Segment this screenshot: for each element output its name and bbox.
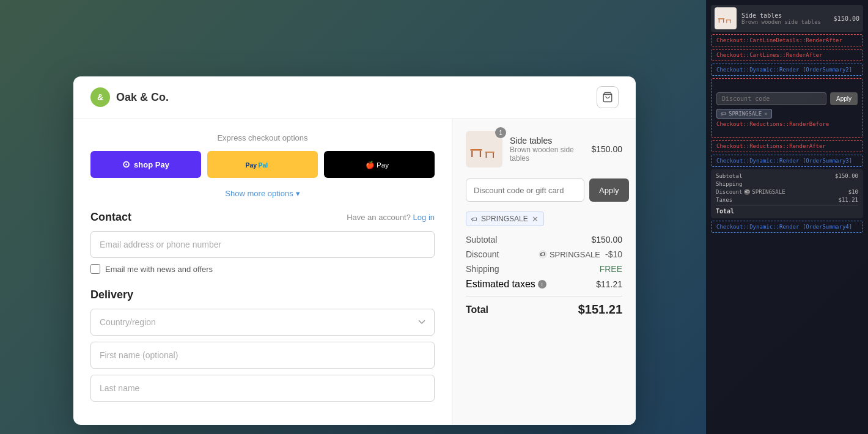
last-name-input[interactable]	[90, 375, 435, 402]
svg-rect-9	[493, 153, 494, 158]
shipping-label: Shipping	[466, 264, 499, 274]
email-input[interactable]	[90, 231, 435, 258]
dev-discount-tag-remove[interactable]: ✕	[764, 111, 767, 117]
newsletter-label: Email me with news and offers	[105, 265, 213, 274]
furniture-svg	[468, 136, 500, 162]
show-more-section: Show more options ▾	[90, 188, 435, 199]
brand-icon: &	[90, 87, 110, 107]
chevron-down-icon: ▾	[296, 189, 300, 198]
dev-subtotal-label: Subtotal	[716, 173, 742, 179]
dev-shipping-label: Shipping	[716, 181, 742, 187]
country-select[interactable]: Country/region	[90, 309, 435, 336]
dev-taxes-value: $11.21	[838, 197, 858, 203]
contact-section: Contact Have an account? Log in Email me…	[90, 211, 435, 274]
svg-rect-14	[726, 20, 727, 23]
shoppay-button[interactable]: ⊙ shop Pay	[90, 151, 201, 178]
discount-badge-icon: 🏷	[539, 250, 547, 259]
right-panel: 1 Side tables Brown wooden side tables $…	[452, 119, 636, 425]
left-panel: Express checkout options ⊙ shop Pay Pay …	[73, 119, 452, 425]
dev-apply-button[interactable]: Apply	[830, 92, 858, 105]
discount-amount: -$10	[605, 249, 622, 259]
login-prompt: Have an account? Log in	[347, 213, 435, 222]
dev-render-reductions-before-label: Checkout::Reductions::RenderBefore	[716, 121, 829, 127]
delivery-title: Delivery	[90, 289, 435, 301]
dev-discount-tag-icon: 🏷	[721, 111, 726, 117]
dev-subtotal-row: Subtotal $150.00	[716, 173, 858, 179]
dev-discount-value: $10	[848, 189, 858, 195]
svg-rect-7	[485, 152, 495, 153]
dev-render-dynamic3: Checkout::Dynamic::Render [OrderSummary3…	[711, 155, 863, 167]
svg-text:Pal: Pal	[258, 161, 268, 169]
dev-discount-tag: 🏷 SPRINGSALE ✕	[716, 109, 772, 119]
show-more-label: Show more options	[225, 189, 293, 198]
newsletter-row: Email me with news and offers	[90, 264, 435, 274]
discount-tag: 🏷 SPRINGSALE ✕	[466, 211, 544, 226]
paypal-button[interactable]: Pay Pal	[207, 151, 318, 178]
subtotal-line: Subtotal $150.00	[466, 235, 622, 245]
dev-discount-input[interactable]	[716, 92, 826, 105]
checkout-modal: & Oak & Co. Express checkout options ⊙ s…	[73, 76, 636, 425]
product-info: Side tables Brown wooden side tables	[510, 136, 584, 163]
discount-tag-remove[interactable]: ✕	[532, 215, 539, 223]
contact-header: Contact Have an account? Log in	[90, 211, 435, 224]
taxes-line: Estimated taxes i $11.21	[466, 279, 622, 290]
subtotal-label: Subtotal	[466, 235, 497, 245]
discount-input[interactable]	[466, 178, 584, 202]
discount-value-group: 🏷 SPRINGSALE -$10	[539, 249, 622, 259]
dev-shipping-row: Shipping	[716, 181, 858, 187]
checkout-content: Express checkout options ⊙ shop Pay Pay …	[73, 119, 636, 425]
taxes-info-icon[interactable]: i	[538, 280, 546, 289]
dev-product-row: Side tables Brown wooden side tables $15…	[711, 5, 863, 32]
discount-row: Apply	[466, 178, 622, 202]
dev-discount-tag-label: SPRINGSALE	[729, 111, 762, 117]
apply-discount-button[interactable]: Apply	[589, 178, 629, 202]
svg-rect-15	[730, 20, 731, 23]
total-value: $151.21	[578, 303, 622, 317]
dev-subtotal-value: $150.00	[835, 173, 858, 179]
cart-button[interactable]	[597, 86, 619, 108]
newsletter-checkbox[interactable]	[90, 264, 100, 274]
svg-rect-8	[486, 153, 487, 158]
dev-product-desc: Brown wooden side tables	[741, 19, 829, 25]
express-buttons: ⊙ shop Pay Pay Pal 🍎 Pay	[90, 151, 435, 178]
applepay-button[interactable]: 🍎 Pay	[324, 151, 435, 178]
dev-discount-code: SPRINGSALE	[752, 189, 785, 195]
svg-text:Pay: Pay	[245, 161, 257, 169]
product-name: Side tables	[510, 136, 584, 145]
contact-title: Contact	[90, 211, 131, 224]
dev-total-row: Total	[716, 205, 858, 215]
svg-rect-5	[471, 151, 473, 157]
dev-product-thumbnail	[715, 7, 737, 29]
dev-discount-row: Discount 🏷 SPRINGSALE $10	[716, 189, 858, 195]
svg-rect-6	[480, 151, 481, 157]
dev-discount-label-group: Discount 🏷 SPRINGSALE	[716, 189, 785, 195]
dev-render-reductions-after: Checkout::Reductions::RenderAfter	[711, 140, 863, 152]
dev-render-cart-lines-after: Checkout::CartLines::RenderAfter	[711, 49, 863, 61]
checkout-header: & Oak & Co.	[73, 76, 636, 119]
total-line: Total $151.21	[466, 303, 622, 317]
dev-product-price: $150.00	[834, 15, 859, 22]
shoppay-icon: ⊙	[122, 159, 130, 170]
total-label: Total	[466, 304, 488, 315]
dev-furniture-svg	[717, 11, 734, 26]
svg-rect-13	[726, 20, 731, 20]
paypal-logo: Pay Pal	[245, 158, 281, 171]
svg-rect-4	[470, 149, 482, 151]
discount-tag-label: SPRINGSALE	[481, 215, 528, 223]
taxes-value: $11.21	[596, 279, 622, 289]
brand-name: Oak & Co.	[116, 91, 169, 104]
svg-text:🍎 Pay: 🍎 Pay	[365, 161, 388, 169]
svg-rect-12	[723, 19, 724, 23]
first-name-input[interactable]	[90, 342, 435, 369]
delivery-section: Delivery Country/region	[90, 289, 435, 408]
login-link[interactable]: Log in	[413, 213, 435, 222]
dev-panel: Side tables Brown wooden side tables $15…	[706, 0, 868, 434]
svg-rect-11	[719, 19, 719, 23]
product-quantity-badge: 1	[495, 127, 506, 138]
product-description: Brown wooden side tables	[510, 145, 584, 163]
product-row: 1 Side tables Brown wooden side tables $…	[466, 131, 622, 167]
show-more-link[interactable]: Show more options ▾	[225, 189, 300, 198]
applepay-logo: 🍎 Pay	[364, 158, 395, 171]
dev-discount-code-icon: 🏷	[744, 189, 750, 195]
dev-taxes-label: Taxes	[716, 197, 732, 203]
